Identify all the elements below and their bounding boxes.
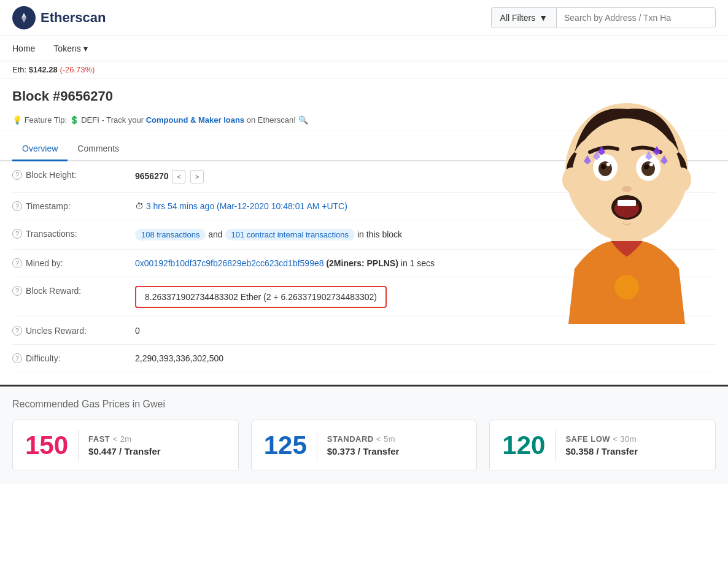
help-icon-difficulty[interactable]: ? <box>12 353 22 363</box>
chevron-down-icon: ▼ <box>539 13 548 23</box>
label-transactions: ? Transactions: <box>12 229 135 239</box>
gas-card-standard: 125 STANDARD < 5m $0.373 / Transfer <box>251 420 478 471</box>
gas-price-safe: 120 <box>502 433 545 458</box>
page-title-area: Block #9656270 💡 Feature Tip: 💲 DEFI - T… <box>0 79 728 372</box>
mined-time-value: in 1 secs <box>401 258 435 268</box>
nav-home[interactable]: Home <box>12 36 35 61</box>
logo-area: Etherscan <box>12 6 106 29</box>
help-icon-mined-by[interactable]: ? <box>12 258 22 268</box>
gas-details-standard: STANDARD < 5m $0.373 / Transfer <box>327 434 400 456</box>
divider <box>317 430 317 461</box>
nav-tokens[interactable]: Tokens ▾ <box>53 36 87 61</box>
page-title-container: Block #9656270 <box>0 79 728 109</box>
tab-overview[interactable]: Overview <box>12 137 68 161</box>
label-block-reward: ? Block Reward: <box>12 286 135 296</box>
tip-text3: on Etherscan! 🔍 <box>247 115 308 125</box>
logo-text: Etherscan <box>41 10 106 26</box>
gas-section-title: Recommended Gas Prices in Gwei <box>12 399 716 410</box>
miner-info: (2Miners: PPLNS) <box>326 258 398 268</box>
internal-txn-badge[interactable]: 101 contract internal transactions <box>225 229 355 240</box>
value-uncles-reward: 0 <box>135 326 716 336</box>
value-block-height: 9656270 < > <box>135 170 716 183</box>
clock-icon: ⏱ <box>135 201 144 211</box>
help-icon-timestamp[interactable]: ? <box>12 201 22 211</box>
row-difficulty: ? Difficulty: 2,290,393,336,302,500 <box>12 345 716 372</box>
defi-label: DEFI <box>81 115 99 125</box>
header-right: All Filters ▼ <box>491 7 716 28</box>
help-icon-block-height[interactable]: ? <box>12 170 22 180</box>
eth-price: $142.28 <box>29 65 58 74</box>
tip-bulb-icon: 💡 <box>12 115 22 125</box>
gas-cost-fast: $0.447 / Transfer <box>88 446 161 456</box>
txn-suffix: in this block <box>357 229 402 239</box>
navbar: Home Tokens ▾ <box>0 36 728 61</box>
txn-badge[interactable]: 108 transactions <box>135 229 206 240</box>
gas-speed-standard: STANDARD < 5m <box>327 434 400 444</box>
row-mined-by: ? Mined by: 0x00192fb10df37c9fb26829eb2c… <box>12 250 716 277</box>
eth-label: Eth: <box>12 65 26 74</box>
divider <box>555 430 556 461</box>
gas-speed-safe: SAFE LOW < 30m <box>565 434 638 444</box>
miner-address-link[interactable]: 0x00192fb10df37c9fb26829eb2cc623cd1bf599… <box>135 258 324 268</box>
value-transactions: 108 transactions and 101 contract intern… <box>135 229 716 240</box>
tab-comments[interactable]: Comments <box>68 137 129 161</box>
tip-text1: Feature Tip: <box>25 115 69 125</box>
gas-details-safe: SAFE LOW < 30m $0.358 / Transfer <box>565 434 638 456</box>
defi-link[interactable]: Compound & Maker loans <box>146 115 244 125</box>
gas-section: Recommended Gas Prices in Gwei 150 FAST … <box>0 385 728 483</box>
next-block-button[interactable]: > <box>190 170 204 183</box>
label-mined-by: ? Mined by: <box>12 258 135 268</box>
help-icon-uncles-reward[interactable]: ? <box>12 326 22 336</box>
gas-card-safe: 120 SAFE LOW < 30m $0.358 / Transfer <box>489 420 716 471</box>
label-timestamp: ? Timestamp: <box>12 201 135 211</box>
value-difficulty: 2,290,393,336,302,500 <box>135 353 716 363</box>
page-title: Block #9656270 <box>12 88 716 104</box>
help-icon-transactions[interactable]: ? <box>12 229 22 239</box>
defi-icon: 💲 <box>69 115 79 125</box>
row-block-height: ? Block Height: 9656270 < > <box>12 161 716 193</box>
search-input[interactable] <box>556 7 716 28</box>
tabs: Overview Comments <box>0 137 728 161</box>
label-uncles-reward: ? Uncles Reward: <box>12 326 135 336</box>
row-block-reward: ? Block Reward: 8.263371902734483302 Eth… <box>12 277 716 317</box>
detail-table: ? Block Height: 9656270 < > ? Timestamp:… <box>0 161 728 372</box>
gas-cost-safe: $0.358 / Transfer <box>565 446 638 456</box>
reward-box: 8.263371902734483302 Ether (2 + 6.263371… <box>135 286 387 308</box>
eth-change: (-26.73%) <box>60 65 95 74</box>
gas-cost-standard: $0.373 / Transfer <box>327 446 400 456</box>
chevron-down-icon: ▾ <box>83 44 88 53</box>
gas-cards: 150 FAST < 2m $0.447 / Transfer 125 STAN… <box>12 420 716 471</box>
gas-price-fast: 150 <box>25 433 68 458</box>
gas-details-fast: FAST < 2m $0.447 / Transfer <box>88 434 161 456</box>
row-timestamp: ? Timestamp: ⏱ 3 hrs 54 mins ago (Mar-12… <box>12 193 716 220</box>
tip-text2: - Track your <box>101 115 145 125</box>
price-bar: Eth: $142.28 (-26.73%) <box>0 61 728 79</box>
value-timestamp: ⏱ 3 hrs 54 mins ago (Mar-12-2020 10:48:0… <box>135 201 716 211</box>
header: Etherscan All Filters ▼ <box>0 0 728 36</box>
value-block-reward: 8.263371902734483302 Ether (2 + 6.263371… <box>135 286 716 308</box>
row-uncles-reward: ? Uncles Reward: 0 <box>12 317 716 345</box>
gas-speed-fast: FAST < 2m <box>88 434 161 444</box>
help-icon-block-reward[interactable]: ? <box>12 286 22 296</box>
feature-tip: 💡 Feature Tip: 💲 DEFI - Track your Compo… <box>0 109 728 131</box>
filter-label: All Filters <box>500 13 536 23</box>
gas-card-fast: 150 FAST < 2m $0.447 / Transfer <box>12 420 239 471</box>
label-difficulty: ? Difficulty: <box>12 353 135 363</box>
value-mined-by: 0x00192fb10df37c9fb26829eb2cc623cd1bf599… <box>135 258 716 268</box>
logo-icon[interactable] <box>12 6 36 29</box>
and-text: and <box>208 229 225 239</box>
divider <box>78 430 79 461</box>
filter-button[interactable]: All Filters ▼ <box>491 7 556 28</box>
prev-block-button[interactable]: < <box>172 170 185 183</box>
row-transactions: ? Transactions: 108 transactions and 101… <box>12 220 716 250</box>
label-block-height: ? Block Height: <box>12 170 135 180</box>
gas-price-standard: 125 <box>264 433 307 458</box>
